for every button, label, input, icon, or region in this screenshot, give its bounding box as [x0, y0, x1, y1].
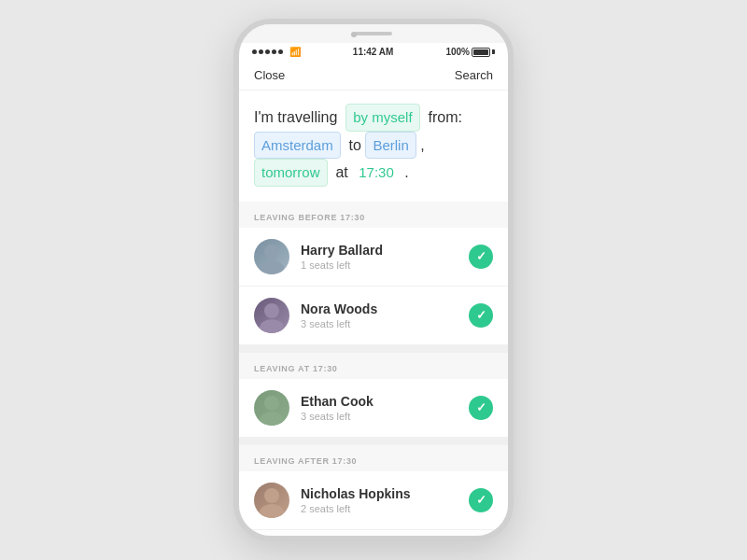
status-time: 11:42 AM — [353, 47, 394, 57]
search-button[interactable]: Search — [455, 68, 493, 82]
signal-dot — [259, 49, 263, 54]
status-bar: 📶 11:42 AM 100% — [239, 43, 508, 61]
signal-area: 📶 — [252, 47, 301, 57]
at-label: at — [335, 164, 347, 180]
ride-item[interactable]: Ethan Cook 3 seats left ✓ — [239, 379, 508, 438]
period: . — [404, 164, 408, 180]
section-header-at: LEAVING AT 17:30 — [239, 353, 508, 379]
phone-shell: 📶 11:42 AM 100% Close Search I'm travell… — [233, 19, 514, 541]
svg-point-6 — [264, 488, 279, 503]
battery-tip — [492, 49, 495, 54]
rider-name: Harry Ballard — [301, 243, 469, 258]
results-scroll: LEAVING BEFORE 17:30 Harry Ballard 1 sea… — [239, 202, 508, 537]
join-button[interactable]: ✓ — [469, 396, 493, 420]
battery-indicator: 100% — [445, 47, 495, 57]
avatar — [254, 298, 289, 333]
to-label: to — [349, 137, 361, 153]
signal-dot — [272, 49, 276, 54]
svg-point-1 — [260, 260, 284, 274]
section-divider — [239, 438, 508, 445]
ride-item[interactable]: Nora Woods 3 seats left ✓ — [239, 287, 508, 345]
wifi-icon: 📶 — [289, 47, 301, 57]
ride-item[interactable]: Nicholas Hopkins 2 seats left ✓ — [239, 471, 508, 530]
travel-mode-chip[interactable]: by myself — [345, 104, 419, 132]
rider-name: Nora Woods — [301, 301, 469, 316]
origin-chip[interactable]: Amsterdam — [254, 132, 341, 160]
ride-info: Harry Ballard 1 seats left — [301, 243, 469, 271]
signal-dot — [278, 49, 283, 54]
join-icon: ✓ — [476, 309, 486, 321]
seats-left: 1 seats left — [301, 259, 469, 271]
ride-info: Nora Woods 3 seats left — [301, 301, 469, 329]
join-button[interactable]: ✓ — [469, 488, 493, 512]
join-icon: ✓ — [476, 401, 486, 413]
day-chip[interactable]: tomorrow — [254, 159, 328, 187]
ride-item[interactable]: Clifford T... 1 seats left ✓ — [239, 530, 508, 537]
section-divider — [239, 345, 508, 353]
ride-info: Ethan Cook 3 seats left — [301, 394, 469, 422]
join-button[interactable]: ✓ — [469, 303, 493, 328]
time-chip[interactable]: 17:30 — [352, 160, 401, 186]
ride-item[interactable]: Harry Ballard 1 seats left ✓ — [239, 228, 508, 287]
seats-left: 2 seats left — [301, 503, 469, 514]
battery-percent: 100% — [445, 47, 470, 57]
phone-top — [239, 24, 508, 43]
svg-point-5 — [260, 412, 284, 426]
seats-left: 3 seats left — [301, 318, 469, 329]
rider-name: Nicholas Hopkins — [301, 486, 469, 501]
svg-point-7 — [260, 504, 284, 518]
battery-bar — [472, 48, 490, 57]
join-icon: ✓ — [476, 494, 486, 506]
search-form: I'm travelling by myself from: Amsterdam… — [239, 91, 508, 202]
destination-chip[interactable]: Berlin — [365, 132, 416, 160]
join-button[interactable]: ✓ — [469, 245, 493, 269]
svg-point-0 — [264, 245, 279, 259]
camera-dot — [351, 32, 357, 37]
rider-name: Ethan Cook — [301, 394, 469, 409]
comma: , — [420, 137, 424, 153]
nav-bar: Close Search — [239, 61, 508, 91]
svg-point-4 — [264, 396, 279, 411]
section-header-after: LEAVING AFTER 17:30 — [239, 445, 508, 471]
avatar — [254, 390, 289, 426]
avatar — [254, 239, 289, 274]
join-icon: ✓ — [476, 250, 486, 262]
ride-info: Nicholas Hopkins 2 seats left — [301, 486, 469, 514]
close-button[interactable]: Close — [254, 68, 285, 82]
from-label: from: — [428, 109, 461, 125]
prefix-text: I'm travelling — [254, 109, 337, 125]
signal-dot — [265, 49, 270, 54]
speaker — [355, 32, 392, 35]
svg-point-2 — [264, 303, 279, 318]
signal-dot — [252, 49, 257, 54]
seats-left: 3 seats left — [301, 411, 469, 422]
battery-fill — [473, 49, 488, 55]
section-header-before: LEAVING BEFORE 17:30 — [239, 202, 508, 228]
avatar — [254, 483, 289, 518]
svg-point-3 — [260, 319, 284, 333]
